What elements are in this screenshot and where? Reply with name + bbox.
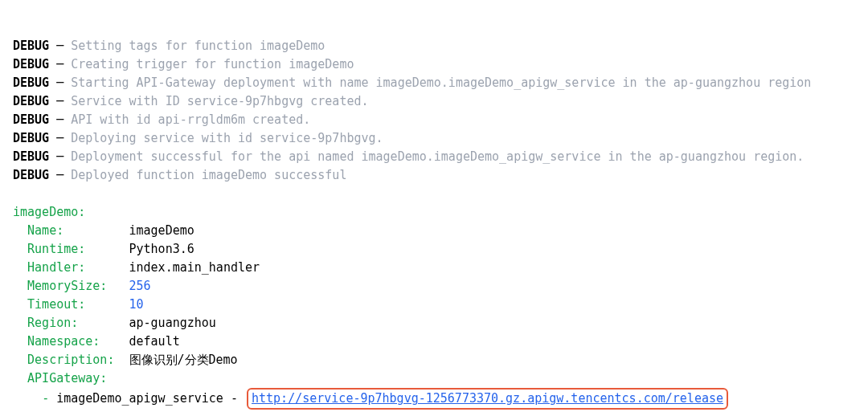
field-key-memorysize: MemorySize: — [27, 279, 114, 293]
debug-line: DEBUG ─ Setting tags for function imageD… — [13, 37, 855, 55]
debug-line: DEBUG ─ Deployment successful for the ap… — [13, 148, 855, 166]
field-key-name: Name: — [27, 223, 114, 238]
dash-icon: ─ — [56, 131, 63, 145]
debug-message: Deploying service with id service-9p7hbg… — [71, 131, 383, 145]
debug-label: DEBUG — [13, 149, 49, 164]
debug-message: Creating trigger for function imageDemo — [71, 57, 354, 71]
list-dash-icon: - — [42, 391, 49, 406]
field-key-runtime: Runtime: — [27, 242, 114, 256]
field-value-memorysize: 256 — [129, 279, 151, 293]
terminal-output: DEBUG ─ Setting tags for function imageD… — [13, 37, 855, 412]
separator: - — [231, 391, 238, 406]
field-value-timeout: 10 — [129, 297, 144, 312]
field-key-description: Description: — [27, 353, 114, 367]
dash-icon: ─ — [56, 57, 63, 71]
dash-icon: ─ — [56, 112, 63, 127]
field-value-handler: index.main_handler — [129, 260, 260, 275]
dash-icon: ─ — [56, 75, 63, 90]
debug-line: DEBUG ─ Deployed function imageDemo succ… — [13, 166, 855, 185]
dash-icon: ─ — [56, 94, 63, 108]
debug-message: Deployed function imageDemo successful — [71, 168, 346, 182]
debug-label: DEBUG — [13, 57, 49, 71]
debug-message: Starting API-Gateway deployment with nam… — [71, 75, 811, 90]
field-key-timeout: Timeout: — [27, 297, 114, 312]
apigw-url-link[interactable]: http://service-9p7hbgvg-1256773370.gz.ap… — [252, 391, 723, 406]
dash-icon: ─ — [56, 149, 63, 164]
output-header: imageDemo: — [13, 205, 85, 219]
debug-line: DEBUG ─ Starting API-Gateway deployment … — [13, 74, 855, 92]
field-value-runtime: Python3.6 — [129, 242, 194, 256]
debug-line: DEBUG ─ Deploying service with id servic… — [13, 129, 855, 148]
debug-label: DEBUG — [13, 94, 49, 108]
debug-line: DEBUG ─ Creating trigger for function im… — [13, 55, 855, 74]
dash-icon: ─ — [56, 168, 63, 182]
debug-line: DEBUG ─ Service with ID service-9p7hbgvg… — [13, 92, 855, 111]
debug-message: Service with ID service-9p7hbgvg created… — [71, 94, 368, 108]
field-key-namespace: Namespace: — [27, 334, 114, 349]
debug-line: DEBUG ─ API with id api-rrgldm6m created… — [13, 111, 855, 129]
debug-label: DEBUG — [13, 131, 49, 145]
debug-message: Deployment successful for the api named … — [71, 149, 804, 164]
field-value-namespace: default — [129, 334, 180, 349]
output-section: imageDemo: Name: imageDemo Runtime: Pyth… — [13, 203, 855, 410]
field-value-name: imageDemo — [129, 223, 194, 238]
debug-label: DEBUG — [13, 75, 49, 90]
debug-label: DEBUG — [13, 39, 49, 53]
debug-message: Setting tags for function imageDemo — [71, 39, 325, 53]
field-key-region: Region: — [27, 316, 114, 330]
dash-icon: ─ — [56, 39, 63, 53]
field-key-handler: Handler: — [27, 260, 114, 275]
field-key-apigateway: APIGateway: — [27, 371, 107, 385]
url-highlight-box: http://service-9p7hbgvg-1256773370.gz.ap… — [247, 388, 728, 410]
debug-label: DEBUG — [13, 168, 49, 182]
apigw-service-name: imageDemo_apigw_service — [56, 391, 223, 406]
debug-label: DEBUG — [13, 112, 49, 127]
debug-message: API with id api-rrgldm6m created. — [71, 112, 310, 127]
field-value-description: 图像识别/分类Demo — [129, 353, 238, 367]
field-value-region: ap-guangzhou — [129, 316, 216, 330]
